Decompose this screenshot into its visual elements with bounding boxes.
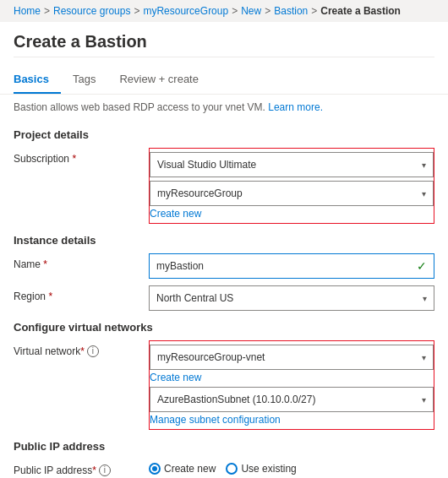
public-ip-use-existing-option[interactable]: Use existing xyxy=(226,463,296,475)
name-checkmark-icon: ✓ xyxy=(417,259,427,273)
breadcrumb-current: Create a Bastion xyxy=(320,5,401,17)
tab-tags[interactable]: Tags xyxy=(73,66,107,94)
virtual-network-row: Virtual network * i myResourceGroup-vnet… xyxy=(0,337,448,433)
title-divider xyxy=(14,57,434,57)
public-ip-label: Public IP address * i xyxy=(14,459,149,476)
tab-basics[interactable]: Basics xyxy=(14,66,61,94)
breadcrumb: Home > Resource groups > myResourceGroup… xyxy=(0,0,448,22)
public-ip-row: Public IP address * i Create new Use exi… xyxy=(0,456,448,478)
name-row: Name * myBastion ✓ xyxy=(0,250,448,282)
region-control: North Central US ▾ xyxy=(149,285,434,311)
virtual-networks-title: Configure virtual networks xyxy=(0,314,448,337)
subscription-label: Subscription * xyxy=(14,148,149,165)
project-details-title: Project details xyxy=(0,122,448,144)
region-row: Region * North Central US ▾ xyxy=(0,282,448,314)
resource-group-create-new-link[interactable]: Create new xyxy=(150,208,434,220)
public-ip-options: Create new Use existing xyxy=(149,459,434,478)
subscription-control: Visual Studio Ultimate ▾ myResourceGroup… xyxy=(149,148,434,224)
virtual-network-label: Virtual network * i xyxy=(14,340,149,357)
region-label: Region * xyxy=(14,285,149,302)
public-ip-use-existing-radio[interactable] xyxy=(226,463,238,475)
breadcrumb-bastion[interactable]: Bastion xyxy=(274,5,308,17)
learn-more-link[interactable]: Learn more. xyxy=(268,101,323,113)
tabs-bar: Basics Tags Review + create xyxy=(0,66,448,95)
breadcrumb-home[interactable]: Home xyxy=(14,5,41,17)
instance-details-title: Instance details xyxy=(0,227,448,250)
public-ip-create-new-option[interactable]: Create new xyxy=(149,463,216,475)
virtual-network-control: myResourceGroup-vnet ▾ Create new AzureB… xyxy=(149,340,434,430)
public-ip-control: Create new Use existing xyxy=(149,459,434,478)
region-chevron-icon: ▾ xyxy=(423,294,427,303)
subscription-select[interactable]: Visual Studio Ultimate ▾ xyxy=(150,152,434,177)
breadcrumb-my-resource-group[interactable]: myResourceGroup xyxy=(143,5,228,17)
resource-group-chevron-icon: ▾ xyxy=(422,189,426,198)
subnet-chevron-icon: ▾ xyxy=(422,395,426,405)
virtual-network-chevron-icon: ▾ xyxy=(422,353,426,362)
public-ip-create-new-radio[interactable] xyxy=(149,463,161,475)
public-ip-info-icon[interactable]: i xyxy=(99,464,111,476)
public-ip-create-new-label: Create new xyxy=(164,463,216,475)
name-label: Name * xyxy=(14,253,149,270)
name-control: myBastion ✓ xyxy=(149,253,434,279)
tab-review-create[interactable]: Review + create xyxy=(119,66,210,94)
subscription-chevron-icon: ▾ xyxy=(422,160,426,170)
breadcrumb-new[interactable]: New xyxy=(241,5,261,17)
name-input[interactable]: myBastion ✓ xyxy=(149,253,434,279)
page-title: Create a Bastion xyxy=(0,22,448,57)
breadcrumb-resource-groups[interactable]: Resource groups xyxy=(53,5,130,17)
manage-subnet-link[interactable]: Manage subnet configuration xyxy=(150,414,434,426)
public-ip-title: Public IP address xyxy=(0,433,448,456)
virtual-network-create-new-link[interactable]: Create new xyxy=(150,372,434,383)
region-select[interactable]: North Central US ▾ xyxy=(149,285,434,311)
public-ip-use-existing-label: Use existing xyxy=(241,463,296,475)
virtual-network-info-icon[interactable]: i xyxy=(87,345,99,357)
info-text: Bastion allows web based RDP access to y… xyxy=(0,101,448,122)
subscription-row: Subscription * Visual Studio Ultimate ▾ … xyxy=(0,144,448,227)
virtual-network-select[interactable]: myResourceGroup-vnet ▾ xyxy=(150,345,434,370)
subnet-select[interactable]: AzureBastionSubnet (10.10.0.0/27) ▾ xyxy=(150,387,434,412)
resource-group-select[interactable]: myResourceGroup ▾ xyxy=(150,181,434,206)
